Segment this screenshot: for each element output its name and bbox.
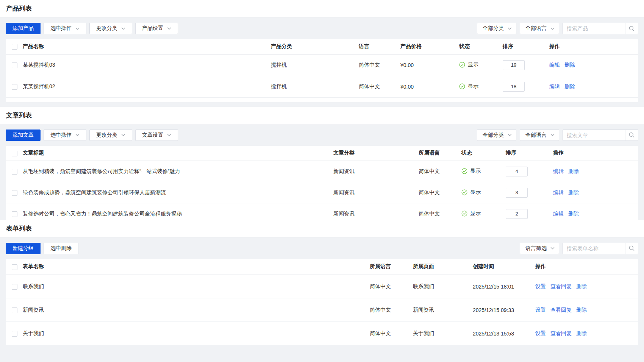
edit-link[interactable]: 编辑 xyxy=(553,189,564,195)
article-search-input[interactable] xyxy=(563,132,625,138)
add-article-button[interactable]: 添加文章 xyxy=(6,130,41,141)
dropdown-label: 产品设置 xyxy=(142,25,163,32)
check-circle-icon xyxy=(459,83,465,89)
delete-link[interactable]: 删除 xyxy=(568,168,579,174)
articles-header-row: 文章标题 文章分类 所属语言 状态 排序 操作 xyxy=(6,146,638,161)
form-search-input[interactable] xyxy=(563,245,625,251)
settings-link[interactable]: 设置 xyxy=(535,307,546,313)
form-search xyxy=(563,243,638,254)
check-circle-icon xyxy=(459,62,465,68)
article-language: 简体中文 xyxy=(419,182,461,203)
delete-link[interactable]: 删除 xyxy=(576,283,587,289)
sort-input[interactable] xyxy=(503,82,525,92)
select-all-checkbox[interactable] xyxy=(12,264,17,270)
delete-link[interactable]: 删除 xyxy=(564,83,575,89)
status-text: 显示 xyxy=(468,61,478,68)
settings-link[interactable]: 设置 xyxy=(535,330,546,336)
chevron-down-icon xyxy=(75,27,80,30)
status-text: 显示 xyxy=(470,189,481,196)
search-button[interactable] xyxy=(625,23,638,34)
col-form-name: 表单名称 xyxy=(23,259,370,275)
delete-link[interactable]: 删除 xyxy=(564,62,575,68)
edit-link[interactable]: 编辑 xyxy=(549,83,560,89)
delete-link[interactable]: 删除 xyxy=(576,307,587,313)
col-article-title: 文章标题 xyxy=(23,146,333,161)
form-language: 简体中文 xyxy=(370,298,413,322)
dropdown-label: 更改分类 xyxy=(96,25,117,32)
product-category: 搅拌机 xyxy=(271,54,359,76)
all-languages-select[interactable]: 全部语言 xyxy=(520,23,559,34)
edit-link[interactable]: 编辑 xyxy=(553,168,564,174)
product-settings-dropdown[interactable]: 产品设置 xyxy=(135,23,178,34)
col-action: 操作 xyxy=(535,259,638,275)
sort-input[interactable] xyxy=(506,167,528,176)
change-category-dropdown[interactable]: 更改分类 xyxy=(89,23,132,34)
col-product-category: 产品分类 xyxy=(271,39,359,54)
delete-link[interactable]: 删除 xyxy=(576,330,587,336)
row-checkbox[interactable] xyxy=(12,211,17,217)
section-gap xyxy=(0,102,644,107)
select-value: 语言筛选 xyxy=(525,245,547,252)
search-icon xyxy=(628,245,635,251)
view-replies-link[interactable]: 查看回复 xyxy=(550,283,572,289)
articles-content: 添加文章 选中操作 更改分类 文章设置 全部分类 全部语言 文章标题 文章分类 xyxy=(0,124,644,220)
sort-input[interactable] xyxy=(506,209,528,219)
col-language: 所属语言 xyxy=(370,259,413,275)
new-group-button[interactable]: 新建分组 xyxy=(6,243,41,254)
edit-link[interactable]: 编辑 xyxy=(553,211,564,217)
row-checkbox[interactable] xyxy=(12,331,17,337)
product-search xyxy=(563,23,638,34)
select-all-checkbox[interactable] xyxy=(12,44,17,50)
row-checkbox[interactable] xyxy=(12,84,17,90)
status-text: 显示 xyxy=(470,168,481,175)
form-language: 简体中文 xyxy=(370,322,413,345)
add-product-button[interactable]: 添加产品 xyxy=(6,23,41,34)
search-button[interactable] xyxy=(625,243,638,254)
form-page: 联系我们 xyxy=(413,275,473,298)
forms-section: 表单列表 新建分组 选中删除 语言筛选 表单名称 所属语言 所属页面 xyxy=(0,220,644,346)
article-title: 绿色装修成趋势，鼎筑空间建筑装修公司引领环保人居新潮流 xyxy=(23,182,333,203)
status-badge: 显示 xyxy=(461,168,481,175)
article-category: 新闻资讯 xyxy=(333,161,419,182)
sort-input[interactable] xyxy=(506,188,528,198)
page-title-products: 产品列表 xyxy=(6,4,32,13)
chevron-down-icon xyxy=(167,134,171,136)
table-row: 绿色装修成趋势，鼎筑空间建筑装修公司引领环保人居新潮流 新闻资讯 简体中文 显示… xyxy=(6,182,638,203)
all-categories-select[interactable]: 全部分类 xyxy=(477,130,516,141)
row-checkbox[interactable] xyxy=(12,307,17,313)
select-all-checkbox[interactable] xyxy=(12,151,17,156)
change-category-dropdown[interactable]: 更改分类 xyxy=(89,130,132,141)
article-category: 新闻资讯 xyxy=(333,203,419,220)
delete-link[interactable]: 删除 xyxy=(568,211,579,217)
products-table: 产品名称 产品分类 语言 产品价格 状态 排序 操作 某某搅拌机03 搅拌机 简… xyxy=(6,39,638,98)
products-header-row: 产品名称 产品分类 语言 产品价格 状态 排序 操作 xyxy=(6,39,638,54)
view-replies-link[interactable]: 查看回复 xyxy=(550,330,572,336)
product-language: 简体中文 xyxy=(359,76,400,97)
selected-actions-dropdown[interactable]: 选中操作 xyxy=(44,23,86,34)
sort-input[interactable] xyxy=(503,60,525,70)
language-filter-select[interactable]: 语言筛选 xyxy=(520,243,559,254)
product-search-input[interactable] xyxy=(563,25,625,31)
row-checkbox[interactable] xyxy=(12,62,17,68)
product-language: 简体中文 xyxy=(359,54,400,76)
delete-link[interactable]: 删除 xyxy=(568,189,579,195)
all-categories-select[interactable]: 全部分类 xyxy=(477,23,516,34)
forms-title-bar: 表单列表 xyxy=(0,220,644,237)
status-badge: 显示 xyxy=(461,210,481,217)
articles-section: 文章列表 添加文章 选中操作 更改分类 文章设置 全部分类 全部语言 文章标题 xyxy=(0,107,644,220)
row-checkbox[interactable] xyxy=(12,190,17,196)
settings-link[interactable]: 设置 xyxy=(535,283,546,289)
col-sort: 排序 xyxy=(506,146,553,161)
row-checkbox[interactable] xyxy=(12,169,17,175)
view-replies-link[interactable]: 查看回复 xyxy=(550,307,572,313)
selected-actions-dropdown[interactable]: 选中操作 xyxy=(44,130,86,141)
all-languages-select[interactable]: 全部语言 xyxy=(520,130,559,141)
article-language: 简体中文 xyxy=(419,161,461,182)
edit-link[interactable]: 编辑 xyxy=(549,62,560,68)
article-title: 从毛坯到精装，鼎筑空间建筑装修公司用实力诠释“一站式装修”魅力 xyxy=(23,161,333,182)
status-text: 显示 xyxy=(470,210,481,217)
delete-selected-button[interactable]: 选中删除 xyxy=(44,243,78,254)
search-button[interactable] xyxy=(625,130,638,140)
article-settings-dropdown[interactable]: 文章设置 xyxy=(135,130,178,141)
row-checkbox[interactable] xyxy=(12,284,17,290)
